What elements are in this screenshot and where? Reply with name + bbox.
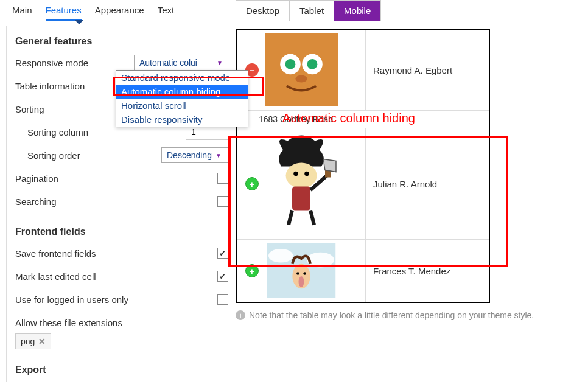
row-allow-ext: Allow these file extensions — [15, 313, 228, 332]
info-icon: i — [236, 310, 245, 320]
checkbox-searching[interactable] — [217, 196, 228, 207]
dropdown-opt-horizontal[interactable]: Horizontal scroll — [116, 99, 248, 113]
preview-panel: Desktop Tablet Mobile Automatic column h… — [236, 0, 583, 320]
label-searching: Searching — [15, 197, 217, 207]
svg-point-18 — [298, 276, 304, 287]
device-tab-desktop[interactable]: Desktop — [236, 1, 290, 21]
svg-point-19 — [296, 272, 299, 275]
svg-line-11 — [310, 211, 314, 225]
divider — [7, 358, 237, 358]
row-mark-last: Mark last edited cell — [15, 267, 228, 286]
name-cell: Julian R. Arnold — [366, 179, 489, 189]
label-pagination: Pagination — [15, 173, 217, 184]
svg-rect-0 — [265, 33, 338, 106]
svg-point-4 — [307, 59, 317, 69]
device-tabs: Desktop Tablet Mobile — [236, 0, 381, 21]
settings-tabs: Main Features Appearance Text — [6, 0, 237, 26]
tab-text[interactable]: Text — [158, 5, 175, 21]
avatar-cell — [237, 128, 366, 239]
device-tab-tablet[interactable]: Tablet — [290, 1, 334, 21]
section-frontend-title: Frontend fields — [15, 226, 228, 237]
row-logged-only: Use for logged in users only — [15, 290, 228, 309]
svg-point-5 — [295, 75, 307, 82]
svg-point-7 — [293, 172, 298, 176]
checkbox-save-frontend[interactable] — [217, 248, 228, 259]
avatar — [265, 33, 338, 106]
svg-point-15 — [268, 249, 293, 263]
device-tab-mobile[interactable]: Mobile — [334, 1, 380, 21]
chevron-down-icon: ▼ — [215, 152, 222, 159]
svg-point-3 — [285, 59, 295, 69]
file-ext-value: png — [21, 336, 35, 346]
dropdown-opt-disable[interactable]: Disable responsivity — [116, 113, 248, 127]
name-cell: Frances T. Mendez — [366, 266, 489, 276]
select-sorting-order-value: Descending — [167, 150, 212, 160]
label-responsive-mode: Responsive mode — [15, 58, 134, 68]
svg-rect-9 — [292, 187, 310, 211]
chevron-down-icon: ▼ — [217, 60, 223, 66]
label-logged-only: Use for logged in users only — [15, 295, 217, 305]
table-row: − Raymond A. Egbert — [237, 30, 489, 111]
section-export-title: Export — [15, 364, 228, 375]
file-ext-tag[interactable]: png ✕ — [15, 333, 51, 349]
checkbox-pagination[interactable] — [217, 173, 228, 184]
table-row: + Frances T. Mendez — [237, 240, 489, 302]
svg-point-8 — [304, 172, 309, 176]
row-pagination: Pagination — [15, 169, 228, 188]
select-responsive-value: Automatic colui — [139, 58, 197, 68]
avatar — [256, 132, 347, 235]
dropdown-opt-auto-hiding[interactable]: Automatic column hiding — [116, 85, 248, 99]
checkbox-mark-last[interactable] — [217, 271, 228, 282]
table-row: + Julian R. Arnold — [237, 128, 489, 240]
row-save-frontend: Save frontend fields — [15, 243, 228, 263]
section-general-title: General features — [15, 36, 228, 47]
svg-point-6 — [285, 163, 317, 189]
name-cell: Raymond A. Egbert — [366, 65, 489, 75]
svg-point-20 — [303, 272, 306, 275]
tab-features[interactable]: Features — [46, 5, 82, 21]
preview-note: i Note that the table may look a little … — [236, 310, 583, 320]
svg-line-10 — [289, 211, 292, 225]
tab-appearance[interactable]: Appearance — [95, 5, 144, 21]
tab-main[interactable]: Main — [12, 5, 32, 21]
label-sorting-column: Sorting column — [15, 127, 186, 138]
svg-point-16 — [307, 253, 334, 268]
dropdown-opt-standard[interactable]: Standard responsive mode — [116, 71, 248, 85]
settings-panel: Main Features Appearance Text General fe… — [6, 0, 237, 382]
note-text: Note that the table may look a little di… — [249, 310, 534, 320]
select-sorting-order[interactable]: Descending ▼ — [161, 147, 228, 163]
label-mark-last: Mark last edited cell — [15, 271, 217, 282]
avatar — [265, 243, 338, 298]
label-allow-ext: Allow these file extensions — [15, 318, 228, 328]
avatar-cell — [237, 240, 366, 302]
close-icon[interactable]: ✕ — [38, 336, 46, 346]
row-sorting-order: Sorting order Descending ▼ — [15, 145, 228, 165]
label-sorting-order: Sorting order — [15, 150, 161, 161]
row-searching: Searching — [15, 192, 228, 211]
avatar-cell — [237, 30, 366, 110]
annotation-label: Automatic column hiding — [282, 111, 415, 125]
active-tab-arrow-icon — [75, 20, 83, 24]
preview-frame: Automatic column hiding − Raymond A. Egb… — [236, 29, 490, 303]
label-save-frontend: Save frontend fields — [15, 248, 217, 259]
responsive-mode-dropdown: Standard responsive mode Automatic colum… — [116, 70, 248, 127]
checkbox-logged-only[interactable] — [217, 294, 228, 305]
divider — [7, 220, 237, 220]
select-responsive-mode[interactable]: Automatic colui ▼ — [134, 55, 228, 71]
